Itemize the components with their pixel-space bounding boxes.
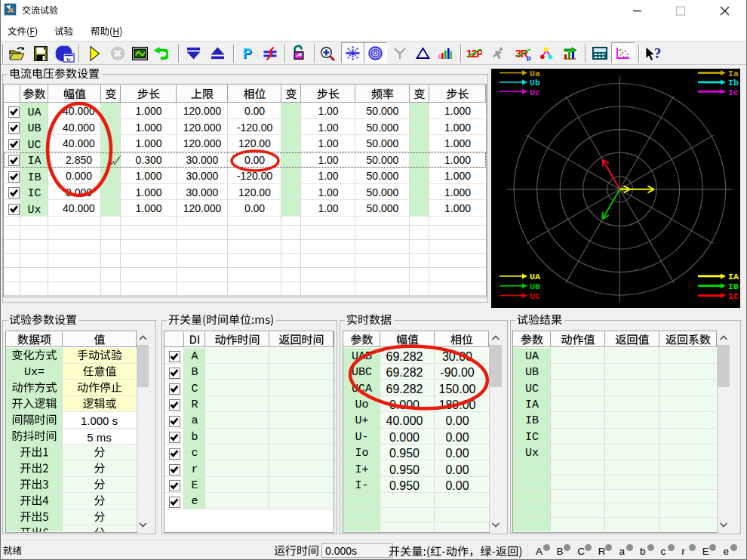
svg-text:UB: UB bbox=[530, 282, 540, 291]
svg-text:w: w bbox=[66, 56, 71, 63]
svg-text:Ia: Ia bbox=[728, 69, 739, 78]
svg-text:IC: IC bbox=[728, 291, 739, 301]
svg-text:UC: UC bbox=[530, 291, 540, 301]
svg-text:Ub: Ub bbox=[530, 78, 540, 88]
svg-text:?: ? bbox=[654, 45, 662, 61]
svg-text:IA: IA bbox=[728, 272, 739, 282]
svg-text:P: P bbox=[243, 47, 252, 60]
svg-text:IB: IB bbox=[728, 282, 739, 291]
svg-text:Uc: Uc bbox=[530, 88, 540, 97]
svg-text:Ic: Ic bbox=[728, 88, 739, 97]
svg-text:p: p bbox=[527, 54, 531, 61]
svg-text:UA: UA bbox=[530, 272, 540, 282]
svg-text:Ua: Ua bbox=[530, 69, 540, 78]
svg-text:Ib: Ib bbox=[728, 78, 739, 88]
